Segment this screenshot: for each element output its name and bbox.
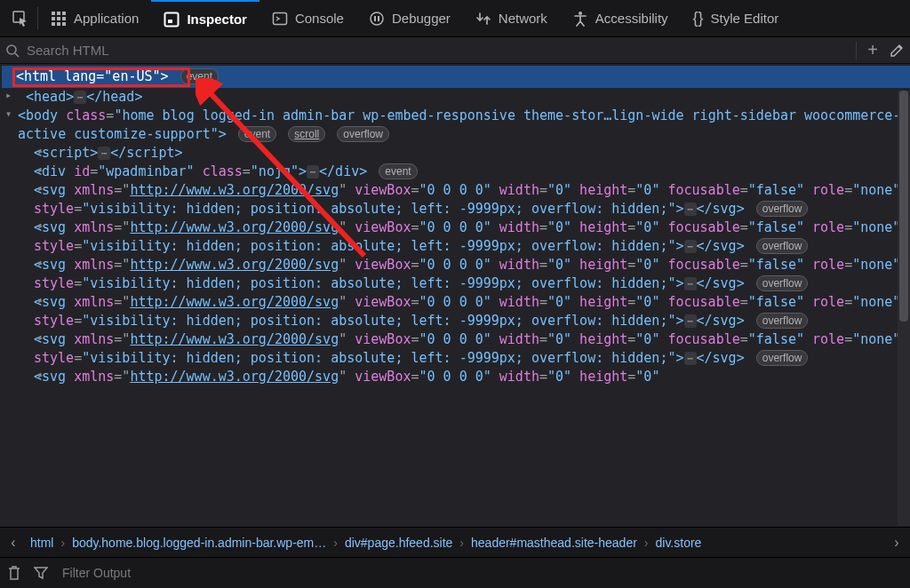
ellipsis-icon[interactable]: ⋯ <box>74 91 86 104</box>
node-text: <head> <box>26 89 74 105</box>
node-text: <script> <box>34 145 98 161</box>
chevron-right-icon: › <box>333 536 338 549</box>
filter-icon[interactable] <box>34 566 48 580</box>
crumbs-next-button[interactable]: › <box>887 536 906 550</box>
tab-accessibility[interactable]: Accessibility <box>560 0 681 36</box>
ellipsis-icon[interactable]: ⋯ <box>684 314 697 328</box>
tree-node-script[interactable]: <script>⋯</script> <box>34 144 910 163</box>
svg-line-18 <box>15 53 19 57</box>
tab-label: Accessibility <box>595 11 668 26</box>
crumb-seg[interactable]: html <box>27 533 57 552</box>
search-bar: + <box>0 37 910 64</box>
xmlns-link[interactable]: http://www.w3.org/2000/svg <box>130 219 339 235</box>
tab-inspector[interactable]: Inspector <box>151 0 259 36</box>
tab-label: Network <box>499 11 547 26</box>
xmlns-link[interactable]: http://www.w3.org/2000/svg <box>130 369 339 385</box>
debugger-icon <box>369 11 385 27</box>
node-text: </head> <box>86 89 142 105</box>
trash-icon[interactable] <box>7 565 21 581</box>
badge-event[interactable]: event <box>238 126 276 142</box>
ellipsis-icon[interactable]: ⋯ <box>684 277 697 290</box>
crumb-seg[interactable]: header#masthead.site-header <box>467 533 641 552</box>
node-text: </svg> <box>697 275 745 291</box>
xmlns-link[interactable]: http://www.w3.org/2000/svg <box>130 294 339 310</box>
svg-rect-14 <box>374 16 376 21</box>
tree-node-head[interactable]: <head>⋯</head> <box>2 88 910 107</box>
node-text: </script> <box>110 145 182 161</box>
search-input[interactable] <box>25 42 850 59</box>
chevron-right-icon: › <box>60 536 65 549</box>
node-text: <html lang="en-US"> <box>16 68 169 84</box>
tree-node-div[interactable]: <div id="wpadminbar" class="nojq">⋯</div… <box>34 163 910 181</box>
add-node-button[interactable]: + <box>867 40 878 60</box>
braces-icon: {} <box>693 9 704 28</box>
crumb-seg[interactable]: body.home.blog.logged-in.admin-bar.wp-em… <box>68 533 330 552</box>
crumbs-prev-button[interactable]: ‹ <box>4 536 23 550</box>
badge-overflow[interactable]: overflow <box>756 350 809 366</box>
tab-style-editor[interactable]: {} Style Editor <box>681 0 792 36</box>
svg-rect-11 <box>168 20 172 23</box>
svg-rect-4 <box>52 17 55 20</box>
tab-label: Console <box>295 11 344 26</box>
svg-rect-7 <box>52 22 55 26</box>
svg-point-17 <box>7 45 16 54</box>
tree-node-svg[interactable]: <svg xmlns="http://www.w3.org/2000/svg" … <box>34 219 910 256</box>
tree-node-svg[interactable]: <svg xmlns="http://www.w3.org/2000/svg" … <box>34 330 910 368</box>
svg-rect-9 <box>62 22 66 26</box>
tab-debugger[interactable]: Debugger <box>356 0 463 36</box>
tab-label: Application <box>74 11 139 26</box>
ellipsis-icon[interactable]: ⋯ <box>307 165 319 179</box>
xmlns-link[interactable]: http://www.w3.org/2000/svg <box>130 257 339 273</box>
node-text: </div> <box>319 163 367 179</box>
svg-point-13 <box>371 12 383 25</box>
badge-overflow[interactable]: overflow <box>756 238 809 254</box>
svg-rect-15 <box>378 16 379 21</box>
badge-event[interactable]: event <box>180 68 219 84</box>
inspector-icon <box>164 12 180 28</box>
crumb-seg[interactable]: div#page.hfeed.site <box>341 533 456 552</box>
breadcrumbs: ‹ html › body.home.blog.logged-in.admin-… <box>0 527 910 557</box>
grid-icon <box>51 11 67 27</box>
xmlns-link[interactable]: http://www.w3.org/2000/svg <box>130 331 339 347</box>
search-icon <box>5 44 20 58</box>
badge-event[interactable]: event <box>379 163 417 179</box>
ellipsis-icon[interactable]: ⋯ <box>98 147 110 160</box>
eyedropper-icon[interactable] <box>889 43 905 59</box>
ellipsis-icon[interactable]: ⋯ <box>684 352 697 365</box>
dom-tree[interactable]: <html lang="en-US"> event <head>⋯</head>… <box>0 64 910 527</box>
svg-rect-6 <box>62 17 66 20</box>
svg-rect-5 <box>57 17 60 20</box>
tree-node-svg[interactable]: <svg xmlns="http://www.w3.org/2000/svg" … <box>34 368 910 386</box>
xmlns-link[interactable]: http://www.w3.org/2000/svg <box>130 182 339 198</box>
tree-node-svg[interactable]: <svg xmlns="http://www.w3.org/2000/svg" … <box>34 256 910 293</box>
svg-rect-2 <box>57 12 60 15</box>
crumb-seg[interactable]: div.store <box>652 533 706 552</box>
tree-node-body[interactable]: <body class="home blog logged-in admin-b… <box>2 107 910 144</box>
tree-node-svg[interactable]: <svg xmlns="http://www.w3.org/2000/svg" … <box>34 181 910 219</box>
tree-scrollbar[interactable] <box>898 91 910 526</box>
element-picker-button[interactable] <box>4 0 37 36</box>
ellipsis-icon[interactable]: ⋯ <box>684 240 697 253</box>
node-text: </svg> <box>697 313 745 329</box>
badge-overflow[interactable]: overflow <box>337 126 389 142</box>
ellipsis-icon[interactable]: ⋯ <box>684 203 697 216</box>
node-text: </svg> <box>697 201 745 217</box>
pointer-icon <box>12 11 28 27</box>
badge-overflow[interactable]: overflow <box>756 201 809 217</box>
filter-output-input[interactable] <box>60 565 903 581</box>
badge-overflow[interactable]: overflow <box>756 313 809 329</box>
scrollbar-thumb[interactable] <box>899 91 908 322</box>
tab-label: Inspector <box>187 12 247 27</box>
badge-overflow[interactable]: overflow <box>756 275 809 291</box>
console-bottom-bar <box>0 557 910 588</box>
tab-application[interactable]: Application <box>38 0 151 36</box>
tab-console[interactable]: Console <box>259 0 356 36</box>
devtools-toolbar: Application Inspector Console Debugger N… <box>0 0 910 37</box>
tab-network[interactable]: Network <box>463 0 560 36</box>
tree-node-html[interactable]: <html lang="en-US"> event <box>2 66 910 88</box>
svg-rect-3 <box>62 12 66 15</box>
tree-node-svg[interactable]: <svg xmlns="http://www.w3.org/2000/svg" … <box>34 293 910 330</box>
badge-scroll[interactable]: scroll <box>288 126 325 142</box>
accessibility-icon <box>572 11 588 27</box>
tab-label: Debugger <box>392 11 451 26</box>
